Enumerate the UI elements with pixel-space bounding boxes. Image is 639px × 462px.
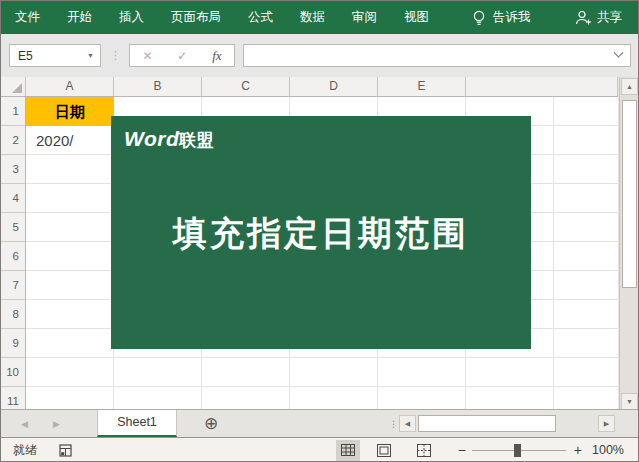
sheet-tab-sheet1[interactable]: Sheet1 xyxy=(97,410,177,437)
excel-window: 文件 开始 插入 页面布局 公式 数据 审阅 视图 告诉我 共享 xyxy=(0,0,639,462)
row-header-2[interactable]: 2 xyxy=(1,126,25,155)
row-header-5[interactable]: 5 xyxy=(1,213,25,242)
status-mode: 就绪 xyxy=(13,442,37,459)
row-header-8[interactable]: 8 xyxy=(1,300,25,329)
row-headers: 1 2 3 4 5 6 7 8 9 10 11 xyxy=(1,97,26,409)
tab-page-layout[interactable]: 页面布局 xyxy=(171,9,221,26)
prev-sheet-icon[interactable]: ◀ xyxy=(21,410,28,437)
scroll-left-icon[interactable]: ◀ xyxy=(399,415,416,432)
name-box-value: E5 xyxy=(18,49,33,63)
zoom-slider[interactable] xyxy=(472,450,566,451)
vertical-scrollbar[interactable]: ▲ ▼ xyxy=(619,77,638,411)
zoom-in-button[interactable]: + xyxy=(574,442,582,458)
card-title: 填充指定日期范围 xyxy=(111,211,531,257)
formula-input[interactable] xyxy=(243,44,631,67)
expand-formula-bar-icon[interactable] xyxy=(614,48,624,58)
share-label: 共享 xyxy=(597,9,622,26)
cell-a2[interactable]: 2020/ xyxy=(26,126,114,155)
name-box-dropdown-icon[interactable]: ▼ xyxy=(87,52,94,59)
share-button[interactable]: 共享 xyxy=(575,9,622,26)
zoom-out-button[interactable]: − xyxy=(458,442,466,458)
cancel-icon[interactable]: ✕ xyxy=(142,49,152,63)
row-header-6[interactable]: 6 xyxy=(1,242,25,271)
tab-home[interactable]: 开始 xyxy=(67,9,92,26)
sheet-tab-bar: ◀ ▶ Sheet1 ⊕ ⋮⋮ ◀ ▶ xyxy=(1,409,638,437)
page-break-preview-button[interactable] xyxy=(412,440,436,461)
tab-view[interactable]: 视图 xyxy=(404,9,429,26)
formula-bar-separator: ⋮ xyxy=(110,44,121,67)
scroll-right-icon[interactable]: ▶ xyxy=(598,415,615,432)
tutorial-overlay-card: Word联盟 填充指定日期范围 xyxy=(111,116,531,349)
enter-icon[interactable]: ✓ xyxy=(177,49,187,63)
row-header-11[interactable]: 11 xyxy=(1,387,25,409)
formula-buttons: ✕ ✓ fx xyxy=(129,44,235,67)
tell-me-button[interactable]: 告诉我 xyxy=(472,9,531,26)
column-header-d[interactable]: D xyxy=(290,77,378,96)
scroll-up-icon[interactable]: ▲ xyxy=(621,78,638,95)
insert-function-icon[interactable]: fx xyxy=(212,48,221,64)
column-header-a[interactable]: A xyxy=(26,77,114,96)
row-header-4[interactable]: 4 xyxy=(1,184,25,213)
tab-file[interactable]: 文件 xyxy=(15,9,40,26)
scroll-down-icon[interactable]: ▼ xyxy=(621,393,638,410)
brand-logo: Word联盟 xyxy=(124,127,213,152)
share-person-icon xyxy=(575,10,592,25)
tell-me-label: 告诉我 xyxy=(493,9,531,26)
brand-suffix: 联盟 xyxy=(179,131,213,150)
vertical-scrollbar-thumb[interactable] xyxy=(622,100,637,288)
column-header-c[interactable]: C xyxy=(202,77,290,96)
column-headers: A B C D E xyxy=(1,77,618,97)
next-sheet-icon[interactable]: ▶ xyxy=(53,410,60,437)
normal-view-icon xyxy=(341,444,355,456)
select-all-triangle-icon xyxy=(12,83,22,93)
zoom-level[interactable]: 100% xyxy=(592,443,624,457)
formula-bar-row: E5 ▼ ⋮ ✕ ✓ fx xyxy=(1,34,638,77)
page-break-preview-icon xyxy=(417,444,431,457)
page-layout-view-button[interactable] xyxy=(372,440,396,461)
tab-formulas[interactable]: 公式 xyxy=(248,9,273,26)
column-header-rest xyxy=(466,77,618,96)
normal-view-button[interactable] xyxy=(336,440,360,461)
tab-data[interactable]: 数据 xyxy=(300,9,325,26)
status-bar: 就绪 xyxy=(1,437,638,462)
ribbon-tab-bar: 文件 开始 插入 页面布局 公式 数据 审阅 视图 告诉我 共享 xyxy=(1,1,638,34)
row-header-9[interactable]: 9 xyxy=(1,329,25,358)
row-header-1[interactable]: 1 xyxy=(1,97,25,126)
page-layout-icon xyxy=(377,444,391,457)
column-header-b[interactable]: B xyxy=(114,77,202,96)
row-header-7[interactable]: 7 xyxy=(1,271,25,300)
tab-review[interactable]: 审阅 xyxy=(352,9,377,26)
select-all-button[interactable] xyxy=(1,77,26,96)
row-header-10[interactable]: 10 xyxy=(1,358,25,387)
row-header-3[interactable]: 3 xyxy=(1,155,25,184)
tab-insert[interactable]: 插入 xyxy=(119,9,144,26)
cell-a1[interactable]: 日期 xyxy=(26,97,114,126)
macro-record-icon[interactable] xyxy=(59,444,72,457)
horizontal-scrollbar-thumb[interactable] xyxy=(418,415,556,432)
brand-word: Word xyxy=(124,127,179,150)
name-box[interactable]: E5 ▼ xyxy=(9,44,101,67)
lightbulb-icon xyxy=(472,10,486,26)
new-sheet-icon[interactable]: ⊕ xyxy=(204,410,218,437)
column-header-e[interactable]: E xyxy=(378,77,466,96)
zoom-slider-thumb[interactable] xyxy=(514,444,521,457)
